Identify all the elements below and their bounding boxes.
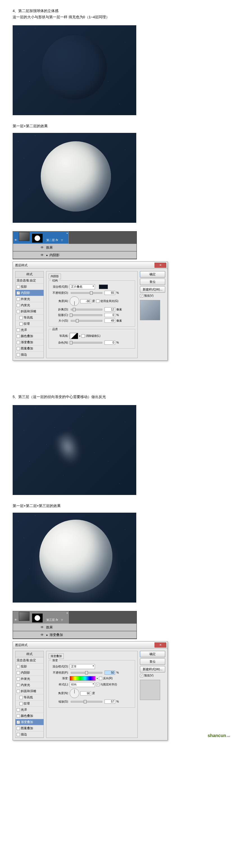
cancel-button[interactable]: 复位 [140, 279, 165, 285]
angle-input[interactable]: -90 [80, 299, 91, 303]
inner-shadow-settings: 内阴影 结构 混合模式(B): 正片叠底 不透明度(O): 65 % [46, 271, 138, 358]
layer-name: 第二层 [47, 239, 55, 242]
collapse-icon[interactable]: ▽ [61, 239, 63, 242]
style-bevel[interactable]: 斜面和浮雕 [16, 688, 43, 694]
contour-picker[interactable] [70, 333, 78, 339]
dialog-titlebar[interactable]: 图层样式 ✕ [13, 642, 167, 649]
style-gradient-overlay[interactable]: 渐变叠加 [16, 719, 43, 725]
antialias-checkbox[interactable]: 消除锯齿(L) [82, 334, 100, 338]
figure-highlight-only [13, 405, 136, 495]
style-gradient-overlay[interactable]: 渐变叠加 [16, 339, 43, 345]
visibility-icon[interactable]: 👁 [38, 625, 46, 629]
new-style-button[interactable]: 新建样式(W)... [140, 286, 165, 293]
visibility-icon[interactable]: 👁 [38, 246, 46, 249]
preview-checkbox[interactable]: 预览(V) [140, 294, 165, 298]
cancel-button[interactable]: 复位 [140, 658, 165, 665]
style-satin[interactable]: 光泽 [16, 327, 43, 333]
scale-input[interactable]: 57 [104, 700, 115, 704]
style-inner-shadow[interactable]: 内阴影 [16, 290, 43, 296]
gradient-overlay-settings: 渐变叠加 渐变 混合模式(O): 正常 不透明度(P): 50 % 渐变: [46, 651, 138, 738]
noise-slider[interactable] [71, 342, 102, 344]
style-inner-glow[interactable]: 内发光 [16, 682, 43, 688]
blend-mode-select[interactable]: 正常 [70, 664, 95, 669]
style-color-overlay[interactable]: 颜色叠加 [16, 333, 43, 339]
layer-gradient-overlay-row[interactable]: 👁 ●渐变叠加 [13, 631, 136, 639]
layer-row-selected[interactable]: 👁 第二层 fx ▽ [13, 231, 69, 244]
align-checkbox[interactable]: 与图层对齐(I) [96, 683, 117, 686]
angle-input[interactable]: 90 [80, 691, 91, 695]
global-light-checkbox[interactable]: 使用全局光(G) [96, 299, 118, 303]
ok-button[interactable]: 确定 [140, 271, 165, 278]
style-inner-shadow[interactable]: 内阴影 [16, 670, 43, 676]
layers-panel-3: 👁 第三层 fx ▽ 👁 效果 👁 ●渐变叠加 [13, 611, 137, 639]
style-drop-shadow[interactable]: 投影 [16, 284, 43, 290]
size-input[interactable]: 49 [104, 318, 115, 323]
opacity-input[interactable]: 65 [104, 291, 115, 295]
opacity-slider[interactable] [71, 672, 102, 674]
style-stroke[interactable]: 描边 [16, 732, 43, 738]
blend-mode-select[interactable]: 正片叠底 [70, 284, 95, 289]
figure-white-sphere-2 [13, 513, 136, 602]
layer-thumb [19, 232, 30, 241]
distance-input[interactable]: 12 [104, 307, 115, 312]
dialog-titlebar[interactable]: 图层样式 ✕ [13, 262, 167, 269]
visibility-icon[interactable]: 👁 [38, 253, 46, 257]
gradient-style-select[interactable]: 径向 [70, 682, 95, 687]
fx-badge: fx [56, 238, 58, 242]
preview-checkbox[interactable]: 预览(V) [140, 674, 165, 678]
size-slider[interactable] [71, 320, 102, 322]
choke-input[interactable]: 0 [104, 313, 115, 317]
new-style-button[interactable]: 新建样式(W)... [140, 666, 165, 673]
caption-layer1-2-3: 第一层+第二层+第三层的效果 [13, 503, 232, 508]
color-swatch[interactable] [99, 284, 108, 289]
opacity-slider[interactable] [71, 292, 102, 294]
noise-input[interactable]: 0 [104, 340, 115, 345]
style-contour-sub[interactable]: 等高线 [16, 315, 43, 321]
layer-mask-thumb [32, 234, 43, 243]
ok-button[interactable]: 确定 [140, 651, 165, 657]
visibility-icon[interactable]: 👁 [14, 618, 17, 621]
visibility-icon[interactable]: 👁 [14, 239, 17, 242]
style-outer-glow[interactable]: 外发光 [16, 296, 43, 302]
close-button[interactable]: ✕ [155, 643, 166, 648]
style-stroke[interactable]: 描边 [16, 352, 43, 358]
choke-slider[interactable] [71, 314, 102, 316]
step-5: 5、第三层（这一层的径向渐变的中心需要移动）做出反光 第一层+第二层+第三层的效… [13, 394, 232, 741]
style-outer-glow[interactable]: 外发光 [16, 676, 43, 682]
collapse-icon[interactable]: ▽ [61, 619, 63, 621]
angle-dial[interactable] [70, 297, 79, 306]
style-bevel[interactable]: 斜面和浮雕 [16, 308, 43, 315]
opacity-input[interactable]: 50 [104, 671, 115, 675]
style-pattern-overlay[interactable]: 图案叠加 [16, 725, 43, 732]
reverse-checkbox[interactable]: 反向(R) [99, 676, 113, 680]
close-button[interactable]: ✕ [155, 262, 166, 268]
preview-swatch [140, 300, 160, 320]
distance-slider[interactable] [71, 309, 102, 310]
scale-slider[interactable] [71, 701, 102, 703]
layer-row-selected[interactable]: 👁 第三层 fx ▽ [13, 611, 69, 624]
style-pattern-overlay[interactable]: 图案叠加 [16, 345, 43, 352]
angle-dial[interactable] [70, 688, 79, 698]
layer-style-dialog-inner-shadow: 图层样式 ✕ 样式 混合选项:自定 投影 内阴影 外发光 内发光 斜面和浮雕 等… [13, 261, 168, 361]
style-color-overlay[interactable]: 颜色叠加 [16, 713, 43, 719]
style-blend-options[interactable]: 混合选项:自定 [16, 278, 43, 284]
layer-inner-shadow-row[interactable]: 👁 ●内阴影 [13, 251, 136, 259]
dialog-buttons: 确定 复位 新建样式(W)... 预览(V) [140, 651, 165, 738]
style-inner-glow[interactable]: 内发光 [16, 302, 43, 308]
gradient-picker[interactable] [70, 676, 95, 681]
style-blend-options[interactable]: 混合选项:自定 [16, 657, 43, 663]
layer-style-dialog-gradient: 图层样式 ✕ 样式 混合选项:自定 投影 内阴影 外发光 内发光 斜面和浮雕 等… [13, 641, 168, 741]
layer-mask-thumb [32, 614, 43, 622]
watermark: shancun.net [208, 733, 230, 738]
style-texture-sub[interactable]: 纹理 [16, 321, 43, 327]
visibility-icon[interactable]: 👁 [38, 633, 46, 637]
style-drop-shadow[interactable]: 投影 [16, 663, 43, 670]
step5-title: 5、第三层（这一层的径向渐变的中心需要移动）做出反光 [13, 394, 232, 399]
style-contour-sub[interactable]: 等高线 [16, 694, 43, 701]
layer-thumb [19, 612, 30, 621]
layer-fx-row: 👁 效果 [13, 624, 136, 631]
style-satin[interactable]: 光泽 [16, 707, 43, 713]
step4-subtitle: 这一层的大小与形状与第一层一样 填充色为0（1~4层同理） [13, 14, 232, 20]
style-texture-sub[interactable]: 纹理 [16, 701, 43, 707]
preview-swatch [140, 680, 160, 700]
